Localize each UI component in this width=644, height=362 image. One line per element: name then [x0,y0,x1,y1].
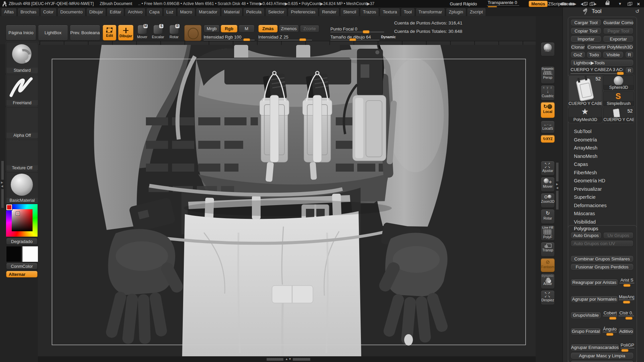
rshelf-arrow2-icon[interactable]: ◀ [556,187,558,189]
agrupar-masc-limpia-button[interactable]: Agrupar Masc y Limpia [571,352,634,359]
rshelf-scroll-strip2[interactable] [556,191,558,209]
stroke-selector[interactable]: FreeHand [6,74,38,106]
menu-item-alfas[interactable]: Alfas [1,8,17,16]
menu-item-stencil[interactable]: Stencil [340,8,359,16]
hscroll-strip-right[interactable] [293,358,310,361]
menu-item-trazos[interactable]: Trazos [360,8,379,16]
tray-collapse-arrow-icon[interactable]: ▶ [1,181,3,184]
zoom3d-button[interactable]: ⊙ Zoom3D [541,193,555,208]
menu-item-pelicula[interactable]: Pelicula [243,8,265,16]
poligp-slider[interactable]: PoliGP [621,343,634,352]
menu-item-macro[interactable]: Macro [177,8,195,16]
main-color-swatch[interactable] [6,246,21,262]
partial-clipped-button[interactable] [571,360,634,362]
lock-icon[interactable] [605,0,609,7]
viewport-canvas[interactable] [38,45,536,356]
alternar-button[interactable]: Alternar [6,271,38,278]
subpalette-deformaciones[interactable]: Deformaciones [568,201,635,210]
copiar-tool-button[interactable]: Copiar Tool [571,27,601,34]
divider-right-icon[interactable]: ▮▮▮▶ [569,0,576,7]
cuerpo-tool-small[interactable]: 52 CUERPO Y CABE [603,107,634,123]
subpalette-previsualizar[interactable]: Previsualizar [568,185,635,193]
tray-scroll-strip[interactable] [1,161,4,180]
todo-button[interactable]: Todo [587,51,601,58]
tray-scroll-strip2[interactable] [1,189,4,208]
clonar-button[interactable]: Clonar [571,44,585,50]
lightbox-tools-button[interactable]: Lightbox▶Tools [571,59,634,66]
tray-expand-arrow-icon[interactable]: ◀ [1,185,3,188]
menu-item-capa[interactable]: Capa [146,8,163,16]
active-tool-r-button[interactable]: R [625,67,634,74]
menu-item-documento[interactable]: Documento [57,8,86,16]
maxang-slider[interactable]: MaxAng [619,294,634,304]
fusionar-grupos-button[interactable]: Fusionar Grupos Perdidos [571,263,634,270]
menu-item-luz[interactable]: Luz [163,8,176,16]
menu-item-render[interactable]: Render [319,8,339,16]
secondary-color-swatch[interactable] [22,246,38,262]
subpalette-m-scaras[interactable]: Máscaras [568,209,635,218]
subpalette-fibermesh[interactable]: FiberMesh [568,169,635,177]
convertir-polymesh3d-button[interactable]: Convertir PolyMesh3D [587,44,634,50]
subpalette-nanomesh[interactable]: NanoMesh [568,152,635,161]
palette-reset-icon[interactable]: ↺ [635,8,640,14]
menu-item-brochas[interactable]: Brochas [17,8,40,16]
prev-booleana-button[interactable]: Prev. Booleana [70,25,100,41]
dynamic-toggle[interactable]: Dynamic [381,35,396,39]
zmenos-button[interactable]: Zmenos [279,25,299,33]
divider-left-icon[interactable]: ◀▮▮▮ [559,0,566,7]
simplebrush-tool[interactable]: S SimpleBrush [603,91,634,107]
menu-item-zplugin[interactable]: Zplugin [446,8,466,16]
reagrupar-aristas-button[interactable]: Reagrupar por Aristas [571,279,618,286]
restore-icon[interactable] [628,0,632,7]
texture-selector[interactable]: Texture Off [6,139,38,171]
agrupar-normales-button[interactable]: Agrupar por Normales [571,296,618,303]
locals-button[interactable]: ←·→ LocalS [541,121,555,133]
zcorte-button[interactable]: Zcorte [300,25,319,33]
material-swatch[interactable] [184,25,202,41]
hscroll-strip-left[interactable] [267,358,283,361]
sphere3d-tool[interactable]: Sphere3D [603,75,634,90]
close-icon[interactable]: × [637,0,640,7]
menu-item-material[interactable]: Material [221,8,243,16]
color-picker[interactable] [6,204,38,237]
polyframe-button[interactable]: Line Fill PolyF [541,225,555,241]
rotar-3d-button[interactable]: ↻ Rotar [541,209,555,224]
current-color-swatch[interactable] [6,204,12,210]
subpalette-capas[interactable]: Capas [568,160,635,169]
escalar-gyro-button[interactable]: S Escalar [152,25,164,41]
menu-item-tool[interactable]: Tool [401,8,415,16]
xyz-button[interactable]: ↻XYZ [541,135,555,143]
ajustar-button[interactable]: ↖↗↙↘ Ajustar [541,161,555,176]
active-tool-thumbnail[interactable]: 52 CUERPO Y CABE [568,75,602,107]
menu-item-zscript[interactable]: Zscript [467,8,486,16]
despiez-button[interactable]: ↖↗↙↘ Despiez [541,290,555,305]
edit-button[interactable]: Edit [103,25,116,41]
color-picker-cursor[interactable] [16,212,19,215]
rotar-gyro-button[interactable]: R Rotar [168,25,180,41]
clstr-slider[interactable]: Clstr 0. [619,310,634,320]
minimize-icon[interactable]: ▼ [618,0,622,7]
mrgb-button[interactable]: Mrgb [204,25,220,33]
grupo-frontal-button[interactable]: Grupo Frontal [571,328,601,335]
menu-item-editar[interactable]: Editar [107,8,124,16]
subpalette-geometr-a[interactable]: Geometría [568,136,635,144]
punto-focal-slider[interactable]: Punto Focal 0 [330,26,384,33]
alpha-selector[interactable]: Alpha Off [6,107,38,139]
subpalette-visibilidad[interactable]: Visibilidad [568,218,635,226]
combinar-grupos-button[interactable]: Combinar Grupos Similares [571,255,634,262]
aislar-button[interactable]: Dynamic Aislar [541,274,555,289]
auto-grupos-button[interactable]: Auto Grupos [571,232,601,239]
intensidad-rgb-slider[interactable]: Intensidad Rgb 100 [204,34,255,41]
goz-r-button[interactable]: R [625,51,634,58]
arist-slider[interactable]: Arist S [620,278,634,287]
local-button[interactable]: ↻ Local [541,102,555,118]
dock-left-icon[interactable]: ◀ [581,0,587,7]
polymesh3d-tool[interactable]: ★ PolyMesh3D [568,107,602,123]
guardar-como-button[interactable]: Guardar Como [603,19,634,26]
mover-gyro-button[interactable]: M Mover [137,25,148,41]
mover-3d-button[interactable]: ✛ Mover [541,177,555,192]
polygroups-header[interactable]: Polygroups [574,226,598,231]
dock-right-icon[interactable]: ▶ [590,0,596,7]
subpalette-superficie[interactable]: Superficie [568,193,635,201]
menu-item-transformar[interactable]: Transformar [416,8,445,16]
